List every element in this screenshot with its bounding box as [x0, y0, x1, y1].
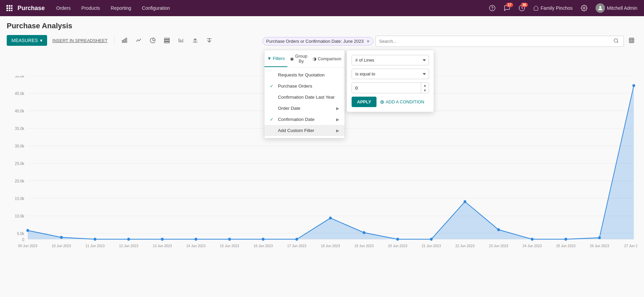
svg-point-59 — [26, 229, 29, 232]
search-input[interactable] — [379, 39, 612, 44]
svg-rect-0 — [6, 5, 8, 7]
filter-item-add-custom[interactable]: Add Custom Filter ▶ — [264, 125, 345, 136]
svg-point-10 — [492, 9, 492, 10]
svg-rect-2 — [11, 5, 12, 7]
svg-point-60 — [60, 236, 63, 239]
svg-text:14 Jun 2023: 14 Jun 2023 — [186, 244, 206, 248]
filter-tag-close[interactable]: ✕ — [366, 39, 370, 44]
add-condition-button[interactable]: ⊕ ADD A CONDITION — [380, 99, 424, 105]
filter-item-rfq[interactable]: Requests for Quotation — [264, 69, 345, 80]
svg-rect-15 — [124, 39, 125, 42]
sort-asc-icon[interactable] — [189, 35, 201, 45]
nav-reporting[interactable]: Reporting — [106, 3, 136, 13]
svg-text:19 Jun 2023: 19 Jun 2023 — [354, 244, 373, 248]
tab-comparison[interactable]: ◑ Comparison — [310, 50, 344, 67]
page-title: Purchase Analysis — [7, 22, 637, 30]
line-chart-icon[interactable] — [133, 35, 144, 45]
svg-point-73 — [497, 228, 500, 231]
filter-item-purchase-orders[interactable]: ✓ Purchase Orders — [264, 80, 345, 92]
settings-icon[interactable] — [578, 2, 590, 14]
cf-value-down[interactable]: ▼ — [421, 88, 429, 93]
svg-text:13 Jun 2023: 13 Jun 2023 — [153, 244, 172, 248]
app-name[interactable]: Purchase — [17, 5, 45, 12]
search-icon-button[interactable] — [612, 38, 620, 44]
svg-rect-14 — [122, 40, 123, 42]
svg-text:24 Jun 2023: 24 Jun 2023 — [523, 244, 542, 248]
filters-funnel-icon: ▼ — [267, 56, 272, 61]
nav-orders[interactable]: Orders — [51, 3, 75, 13]
svg-text:21 Jun 2023: 21 Jun 2023 — [422, 244, 441, 248]
pie-chart-icon[interactable] — [147, 35, 158, 45]
svg-point-77 — [632, 84, 635, 87]
svg-point-75 — [564, 238, 567, 241]
cf-operator-select[interactable]: is equal to is not equal to greater than… — [352, 69, 429, 79]
cf-field-row: # of Lines Amount Total Confirmation Dat… — [352, 55, 429, 65]
svg-point-67 — [295, 238, 298, 241]
filter-item-conf-date-last-year[interactable]: Confirmation Date Last Year — [264, 92, 345, 103]
column-chart-icon[interactable] — [175, 35, 187, 45]
svg-point-68 — [329, 217, 332, 220]
nav-products[interactable]: Products — [77, 3, 105, 13]
filter-item-order-date[interactable]: Order Date ▶ — [264, 103, 345, 114]
nav-configuration[interactable]: Configuration — [137, 3, 175, 13]
svg-point-76 — [598, 236, 601, 239]
svg-text:22 Jun 2023: 22 Jun 2023 — [455, 244, 474, 248]
svg-text:09 Jun 2023: 09 Jun 2023 — [18, 244, 37, 248]
measures-button[interactable]: MEASURES ▾ — [7, 35, 47, 46]
chat-icon[interactable]: 17 — [501, 2, 513, 14]
svg-point-72 — [464, 200, 466, 203]
company-selector[interactable]: Family Pinchos — [531, 4, 575, 12]
filter-tag-label: Purchase Orders or Confirmation Date: Ju… — [266, 39, 364, 44]
svg-text:12 Jun 2023: 12 Jun 2023 — [119, 244, 138, 248]
grid-menu-icon[interactable] — [4, 3, 15, 13]
svg-point-66 — [262, 238, 264, 241]
order-date-arrow-icon: ▶ — [336, 106, 339, 111]
table-view-icon[interactable] — [626, 35, 637, 45]
dropdown-tabs: ▼ Filters ◉ Group By ◑ Comparison ★ Favo… — [264, 50, 345, 67]
svg-point-13 — [599, 6, 601, 8]
svg-text:Confirmation Date: Confirmation Date — [314, 251, 348, 251]
svg-rect-19 — [164, 42, 169, 43]
stack-icon[interactable] — [161, 35, 173, 45]
search-bar-area: Purchase Orders or Confirmation Date: Ju… — [262, 36, 624, 47]
cf-operator-row: is equal to is not equal to greater than… — [352, 69, 429, 79]
page-content: Purchase Analysis MEASURES ▾ INSERT IN S… — [0, 16, 644, 297]
svg-point-62 — [127, 238, 130, 241]
user-name: Mitchell Admin — [607, 5, 637, 11]
svg-point-34 — [614, 39, 618, 42]
sort-desc-icon[interactable] — [204, 35, 215, 45]
svg-rect-3 — [6, 7, 8, 9]
tab-filters[interactable]: ▼ Filters — [264, 50, 287, 67]
group-by-icon: ◉ — [290, 56, 294, 61]
comparison-icon: ◑ — [313, 56, 316, 61]
chat-badge: 17 — [506, 3, 513, 7]
nav-icons: 17 36 Family Pinchos Mitchell Admin — [486, 2, 640, 14]
svg-point-61 — [94, 238, 96, 241]
cf-field-select[interactable]: # of Lines Amount Total Confirmation Dat… — [352, 55, 429, 65]
filter-item-confirmation-date[interactable]: ✓ Confirmation Date ▶ — [264, 114, 345, 125]
svg-point-64 — [194, 238, 197, 241]
svg-point-9 — [489, 5, 495, 11]
cf-value-up[interactable]: ▲ — [421, 83, 429, 88]
svg-text:10.0k: 10.0k — [15, 214, 24, 218]
apply-button[interactable]: APPLY — [352, 97, 377, 107]
purchase-orders-check-icon: ✓ — [270, 84, 275, 89]
svg-point-71 — [430, 238, 433, 241]
insert-spreadsheet-button[interactable]: INSERT IN SPREADSHEET — [50, 36, 110, 45]
cf-value-input[interactable] — [352, 83, 421, 93]
activity-icon[interactable]: 36 — [516, 2, 528, 14]
user-menu[interactable]: Mitchell Admin — [593, 2, 640, 14]
confirmation-date-arrow-icon: ▶ — [336, 117, 339, 122]
svg-text:18 Jun 2023: 18 Jun 2023 — [321, 244, 340, 248]
svg-rect-1 — [9, 5, 10, 7]
svg-text:45.0k: 45.0k — [15, 91, 24, 96]
measures-dropdown-icon: ▾ — [40, 38, 42, 43]
tab-group-by[interactable]: ◉ Group By — [287, 50, 310, 67]
filter-tag[interactable]: Purchase Orders or Confirmation Date: Ju… — [262, 37, 373, 45]
support-icon[interactable] — [486, 2, 498, 14]
svg-text:16 Jun 2023: 16 Jun 2023 — [253, 244, 273, 248]
svg-rect-29 — [629, 38, 634, 43]
bar-chart-icon[interactable] — [119, 35, 130, 45]
add-condition-plus-icon: ⊕ — [380, 99, 384, 105]
cf-actions: APPLY ⊕ ADD A CONDITION — [352, 97, 429, 107]
